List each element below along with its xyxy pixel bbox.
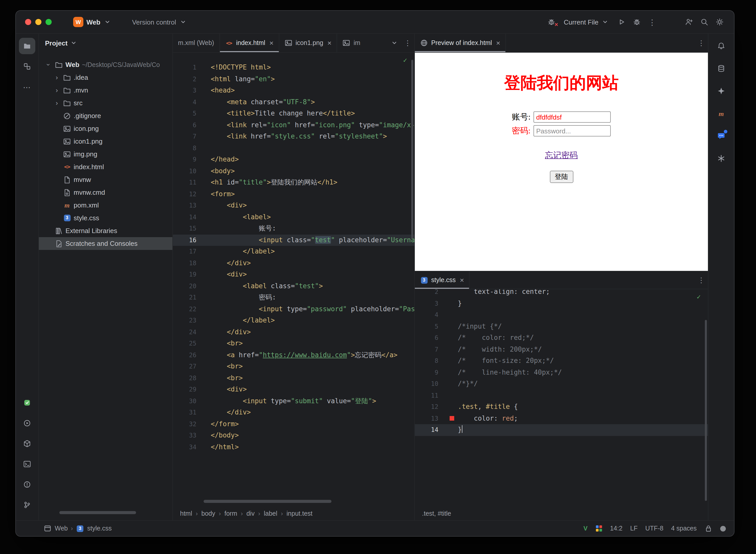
- line-number[interactable]: 2: [173, 73, 206, 85]
- profiler-muted-button[interactable]: ×: [544, 15, 559, 29]
- chevron-right-icon[interactable]: ›: [53, 87, 60, 94]
- code-line-1[interactable]: 1<!DOCTYPE html>: [173, 62, 414, 73]
- code-line-20[interactable]: 20 <label class="test">: [173, 280, 414, 292]
- chevron-right-icon[interactable]: ›: [45, 61, 52, 68]
- line-number[interactable]: 14: [415, 424, 448, 436]
- forgot-password-link[interactable]: 忘记密码: [545, 151, 578, 159]
- line-number[interactable]: 14: [173, 211, 206, 223]
- close-icon[interactable]: ×: [460, 276, 464, 284]
- line-number[interactable]: 7: [415, 344, 448, 355]
- code-line-9[interactable]: 9/* line-height: 40px;*/: [415, 367, 708, 378]
- code-line-16[interactable]: 16 <input class="test" placeholder="User…: [173, 234, 414, 246]
- preview-options-button[interactable]: ⋮: [695, 34, 708, 52]
- project-tree[interactable]: ›Web~/Desktop/CS/JavaWeb/Co›.idea›.mvn›s…: [39, 52, 172, 520]
- css-options-button[interactable]: ⋮: [695, 271, 708, 289]
- line-number[interactable]: 4: [173, 96, 206, 108]
- tab-im[interactable]: im: [337, 34, 365, 52]
- code-line-28[interactable]: 28 <br>: [173, 372, 414, 384]
- line-number[interactable]: 11: [173, 177, 206, 188]
- settings-button[interactable]: [712, 15, 727, 29]
- code-line-10[interactable]: 10/*}*/: [415, 378, 708, 390]
- line-number[interactable]: 11: [415, 390, 448, 401]
- tree-item-idea[interactable]: ›.idea: [39, 71, 172, 84]
- write-access-lock-icon[interactable]: [704, 524, 712, 533]
- tab-icon1-png[interactable]: icon1.png×: [279, 34, 337, 52]
- line-number[interactable]: 26: [173, 349, 206, 361]
- tab-m-xml-web[interactable]: m.xml (Web): [173, 34, 220, 52]
- line-number[interactable]: 6: [173, 119, 206, 131]
- line-number[interactable]: 10: [173, 165, 206, 177]
- close-icon[interactable]: ×: [496, 39, 500, 47]
- statusbar-project[interactable]: Web: [55, 525, 68, 532]
- tree-item-web[interactable]: ›Web~/Desktop/CS/JavaWeb/Co: [39, 58, 172, 71]
- encoding-widget[interactable]: UTF-8: [645, 525, 663, 532]
- line-number[interactable]: 5: [415, 321, 448, 332]
- inspections-ok-icon[interactable]: ✓: [403, 56, 407, 64]
- line-number[interactable]: 16: [173, 234, 206, 246]
- submit-button[interactable]: 登陆: [550, 171, 573, 183]
- css-vertical-scrollbar[interactable]: [705, 320, 707, 501]
- code-line-14[interactable]: 14}: [415, 424, 708, 436]
- openai-button[interactable]: [713, 150, 729, 167]
- tree-item-img-png[interactable]: img.png: [39, 148, 172, 161]
- html-editor[interactable]: 1<!DOCTYPE html>2<html lang="en">3<head>…: [173, 53, 414, 507]
- line-number[interactable]: 21: [173, 292, 206, 303]
- code-line-3[interactable]: 3}: [415, 298, 708, 309]
- line-number[interactable]: 34: [173, 441, 206, 453]
- bell-button[interactable]: [713, 38, 729, 54]
- line-number[interactable]: 28: [173, 372, 206, 384]
- code-line-27[interactable]: 27 <br>: [173, 361, 414, 372]
- code-line-4[interactable]: 4: [415, 309, 708, 321]
- package-button[interactable]: [19, 435, 35, 452]
- code-line-12[interactable]: 12.test, #title {: [415, 401, 708, 413]
- code-line-7[interactable]: 7/* width: 200px;*/: [415, 344, 708, 355]
- line-number[interactable]: 18: [173, 257, 206, 269]
- tree-item-icon-png[interactable]: icon.png: [39, 122, 172, 135]
- line-number[interactable]: 15: [173, 223, 206, 234]
- tree-item-scratches-and-consoles[interactable]: Scratches and Consoles: [39, 237, 172, 250]
- tab-list-dropdown-button[interactable]: [388, 34, 401, 52]
- tree-item-mvnw[interactable]: mvnw: [39, 173, 172, 186]
- code-line-10[interactable]: 10<body>: [173, 165, 414, 177]
- line-number[interactable]: 13: [415, 413, 448, 424]
- tree-item-icon1-png[interactable]: icon1.png: [39, 135, 172, 148]
- tree-item-pom-xml[interactable]: mpom.xml: [39, 199, 172, 212]
- line-number[interactable]: 3: [173, 85, 206, 96]
- code-with-me-button[interactable]: [682, 15, 696, 29]
- vim-status-icon[interactable]: V: [584, 525, 588, 532]
- project-panel-header[interactable]: Project: [39, 34, 172, 52]
- close-icon[interactable]: ×: [327, 39, 332, 47]
- tree-item-index-html[interactable]: <>index.html: [39, 161, 172, 173]
- editor-vertical-scrollbar[interactable]: [411, 60, 413, 239]
- line-number[interactable]: 31: [173, 407, 206, 418]
- caret-position-widget[interactable]: 14:2: [610, 525, 622, 532]
- password-input[interactable]: [534, 125, 611, 136]
- run-configuration-select[interactable]: Current File: [560, 18, 613, 26]
- code-line-8[interactable]: 8/* font-size: 20px;*/: [415, 355, 708, 367]
- code-line-8[interactable]: 8: [173, 142, 414, 154]
- inspections-ok-icon[interactable]: ✓: [697, 293, 701, 300]
- line-number[interactable]: 23: [173, 315, 206, 326]
- line-number[interactable]: 25: [173, 338, 206, 349]
- tree-item-style-css[interactable]: 3style.css: [39, 212, 172, 224]
- code-line-31[interactable]: 31 </div>: [173, 407, 414, 418]
- line-number[interactable]: 9: [415, 367, 448, 378]
- structure-button[interactable]: [19, 58, 35, 75]
- tree-item-mvn[interactable]: ›.mvn: [39, 84, 172, 97]
- username-input[interactable]: [534, 111, 611, 123]
- code-line-32[interactable]: 32</form>: [173, 418, 414, 430]
- code-line-14[interactable]: 14 <label>: [173, 211, 414, 223]
- code-line-19[interactable]: 19 <div>: [173, 269, 414, 280]
- code-line-34[interactable]: 34</html>: [173, 441, 414, 453]
- code-line-25[interactable]: 25 <br>: [173, 338, 414, 349]
- css-editor[interactable]: 2 text-align: center;3}45/*input {*/6/* …: [415, 289, 708, 507]
- code-line-15[interactable]: 15 账号:: [173, 223, 414, 234]
- line-number[interactable]: 12: [173, 188, 206, 200]
- problems-button[interactable]: [19, 476, 35, 493]
- code-line-6[interactable]: 6/* color: red;*/: [415, 332, 708, 344]
- ai-button[interactable]: [713, 83, 729, 99]
- code-line-23[interactable]: 23 </label>: [173, 315, 414, 326]
- breadcrumb-item[interactable]: .test, #title: [422, 510, 451, 517]
- indent-widget[interactable]: 4 spaces: [671, 525, 697, 532]
- tab-index-html[interactable]: <>index.html×: [220, 34, 279, 52]
